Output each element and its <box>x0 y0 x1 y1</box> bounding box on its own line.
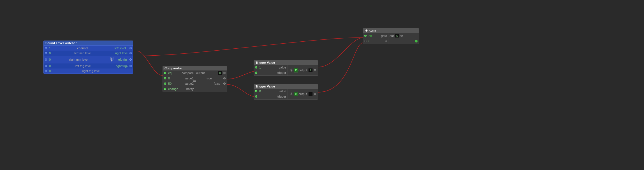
tv2-output-port[interactable] <box>314 93 316 95</box>
slw-channel-value: 1 <box>49 46 51 50</box>
tv2-asterisk-icon: ✳ <box>290 92 293 96</box>
comp-true-port[interactable] <box>223 77 226 79</box>
tv1-value-row: 1 value <box>254 65 287 70</box>
slw-righttriglevel-value: 0 <box>49 69 51 73</box>
tv2-inputs: 0 value - trigger <box>254 89 288 99</box>
comparator-label: Comparator <box>165 67 182 70</box>
gate-label: Gate <box>369 29 376 32</box>
tv2-value-label: value <box>279 89 286 93</box>
gate-out-value: 0 <box>395 34 399 38</box>
gate-title: 👁 Gate <box>363 28 419 33</box>
comp-compare-value: eq <box>168 71 172 75</box>
slw-righttrig-out-port[interactable] <box>129 65 132 67</box>
slw-leftlevel-label: left level <box>115 46 126 50</box>
slw-leftmin-in-port[interactable] <box>45 52 47 54</box>
comp-notify-row: change notify <box>163 86 195 92</box>
tv2-output-value: 0 <box>308 92 313 96</box>
tv2-trigger-label: trigger <box>277 95 286 98</box>
comp-output-port[interactable] <box>223 72 226 74</box>
comp-output-row: output 0 <box>195 70 227 76</box>
tv1-value-label: value <box>279 66 286 69</box>
comparator-outputs: output 0 true false - <box>195 70 227 92</box>
tv1-x-icon: X <box>294 68 298 72</box>
comp-compare-row: eq compare <box>163 70 195 76</box>
comp-value2-label: value2 <box>185 82 194 85</box>
trigger-value-1-node: Trigger Value 1 value - trigger ✳ X outp <box>254 60 318 76</box>
trigger-value-1-title: Trigger Value <box>254 60 318 65</box>
slw-rightmin-label: right min level <box>69 58 88 61</box>
trigger-value-1-label: Trigger Value <box>256 61 275 64</box>
equals-icon: = <box>193 78 196 84</box>
tv2-trigger-port[interactable] <box>255 95 257 98</box>
slw-lefttrig-out-port[interactable] <box>129 58 132 61</box>
comp-value2-port[interactable] <box>164 82 166 85</box>
slw-channel-in-port[interactable] <box>45 47 47 49</box>
gate-on-row: on gate <box>363 33 388 39</box>
slw-lefttriglevel-label: left trig level <box>75 64 92 68</box>
tv1-trigger-val: - <box>259 71 260 74</box>
comp-false-value: - <box>221 82 222 85</box>
tv1-outputs: ✳ X output 1 <box>288 65 318 75</box>
tv1-trigger-port[interactable] <box>255 72 257 74</box>
trigger-value-2-body: 0 value - trigger ✳ X output 0 <box>254 89 318 99</box>
slw-leftlevel-value: 0 <box>127 46 128 50</box>
gate-on-port[interactable] <box>364 35 367 37</box>
tv1-trigger-row: - trigger <box>254 70 287 75</box>
comparator-node: Comparator = eq compare 0 value1 50 <box>163 66 227 92</box>
tv1-asterisk-icon: ✳ <box>290 68 293 72</box>
comp-value1-port[interactable] <box>164 77 166 79</box>
gate-green-indicator <box>415 40 418 42</box>
trigger-value-1-body: 1 value - trigger ✳ X output 1 <box>254 65 318 75</box>
tv2-trigger-row: - trigger <box>254 94 287 99</box>
tv1-output-port[interactable] <box>314 69 316 71</box>
gate-out-port[interactable] <box>400 35 403 37</box>
slw-rightmin-in-port[interactable] <box>45 58 47 61</box>
comp-notify-out-row <box>195 86 227 92</box>
tv2-trigger-val: - <box>259 95 260 98</box>
comp-value2-value: 50 <box>168 82 172 85</box>
tv2-value-port[interactable] <box>255 90 257 92</box>
slw-lefttrig-label: left trig <box>117 58 127 61</box>
slw-leftlevel-out-port[interactable] <box>129 47 132 49</box>
comp-output-label: output <box>196 71 205 75</box>
tv1-inputs: 1 value - trigger <box>254 65 288 75</box>
mic-icon: 🎙 <box>109 56 115 63</box>
slw-channel-row: 1 channel left level 0 <box>44 46 133 51</box>
slw-rightmin-value: 0 <box>49 58 51 61</box>
tv2-output-label: output <box>298 92 307 96</box>
slw-rightmin-row: 0 right min level 🎙 left trig - <box>44 56 133 63</box>
comp-true-row: true <box>195 76 227 81</box>
comp-value1-row: 0 value1 <box>163 76 195 81</box>
slw-lefttriglevel-in-port[interactable] <box>45 65 47 67</box>
slw-leftmin-label: left min level <box>74 51 91 55</box>
sound-level-watcher-label: Sound Level Watcher <box>45 41 77 45</box>
slw-channel-label: channel <box>77 46 88 50</box>
slw-righttrig-value: - <box>127 64 128 68</box>
gate-node: 👁 Gate on gate 0 in out 0 <box>363 28 419 44</box>
trigger-value-2-node: Trigger Value 0 value - trigger ✳ X outp <box>254 84 318 100</box>
gate-green-indicator-row <box>388 39 419 44</box>
gate-on-value: on <box>369 34 372 37</box>
comp-false-label: false <box>214 82 220 85</box>
tv1-value-port[interactable] <box>255 66 257 69</box>
tv1-value-val: 1 <box>259 66 261 69</box>
comp-notify-label: notify <box>186 87 194 91</box>
comp-false-port[interactable] <box>223 82 226 85</box>
gate-body: on gate 0 in out 0 <box>363 33 419 44</box>
slw-righttrig-label: right trig <box>116 64 127 68</box>
gate-outputs: out 0 <box>388 33 419 44</box>
gate-on-label: gate <box>381 34 387 37</box>
tv1-trigger-label: trigger <box>277 71 286 74</box>
trigger-value-2-label: Trigger Value <box>256 85 275 88</box>
slw-rightlevel-out-port[interactable] <box>129 52 132 54</box>
gate-in-row: 0 in <box>363 39 388 44</box>
trigger-value-2-title: Trigger Value <box>254 84 318 89</box>
comp-compare-label: compare <box>182 71 194 75</box>
gate-out-label: out <box>390 34 394 37</box>
comp-notify-port[interactable] <box>164 88 166 90</box>
tv2-outputs: ✳ X output 0 <box>288 89 318 99</box>
comp-compare-port[interactable] <box>164 72 166 74</box>
slw-righttriglevel-in-port[interactable] <box>45 70 47 72</box>
tv2-value-val: 0 <box>259 89 261 93</box>
gate-in-port[interactable] <box>364 40 367 42</box>
